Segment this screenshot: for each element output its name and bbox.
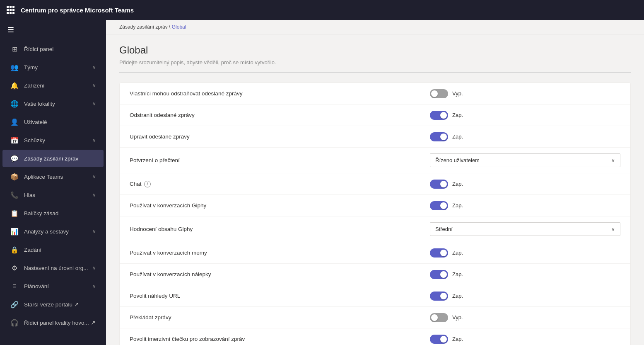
sidebar-item-label: Řídicí panel: [24, 46, 96, 52]
grid-icon[interactable]: [7, 6, 15, 14]
page-description: Přidejte srozumitelný popis, abyste vědě…: [119, 59, 631, 73]
setting-label: Používat v konverzacích memy: [130, 250, 430, 256]
packages-icon: 📋: [10, 209, 19, 218]
sidebar-item-label: Řídicí panel kvality hovo... ↗: [24, 319, 96, 326]
settings-card: Vlastníci mohou odstraňovat odeslané zpr…: [119, 83, 631, 345]
sidebar-item-label: Zásady zasílání zpráv: [24, 155, 96, 162]
toggle-giphy[interactable]: [430, 201, 448, 210]
sidebar-item-analyzy[interactable]: 📊 Analýzy a sestavy ∨: [2, 223, 104, 240]
quality-icon: 🎧: [10, 318, 19, 327]
sidebar-item-label: Týmy: [24, 64, 92, 70]
setting-edit-sent: Upravit odeslané zprávy Zap.: [120, 126, 630, 148]
chevron-down-icon: ∨: [92, 192, 96, 198]
setting-immersive: Povolit imerzivní čtečku pro zobrazování…: [120, 328, 630, 345]
setting-control: Vyp.: [430, 89, 620, 98]
setting-read-receipts: Potvrzení o přečtení Řízeno uživatelem ∨: [120, 148, 630, 173]
sidebar-item-nastaveni[interactable]: ⚙ Nastavení na úrovni org... ∨: [2, 259, 104, 277]
breadcrumb-parent[interactable]: Zásady zasílání zpráv: [119, 24, 168, 30]
sidebar-item-starsi[interactable]: 🔗 Starší verze portálu ↗: [2, 296, 104, 313]
sidebar-item-balicky[interactable]: 📋 Balíčky zásad: [2, 204, 104, 222]
setting-url-preview: Povolit náhledy URL Zap.: [120, 285, 630, 307]
toggle-owners-delete[interactable]: [430, 89, 448, 98]
meetings-icon: 📅: [10, 136, 19, 145]
content-area: Global Přidejte srozumitelný popis, abys…: [106, 34, 644, 345]
setting-label: Používat v konverzacích nálepky: [130, 271, 430, 277]
setting-control: Střední ∨: [430, 222, 620, 236]
dashboard-icon: ⊞: [10, 44, 19, 53]
setting-label: Upravit odeslané zprávy: [130, 134, 430, 140]
setting-control: Zap.: [430, 248, 620, 258]
toggle-immersive[interactable]: [430, 335, 448, 344]
sidebar-item-label: Zařízení: [24, 83, 92, 89]
setting-control: Vyp.: [430, 313, 620, 322]
setting-label: Povolit náhledy URL: [130, 293, 430, 299]
toggle-edit-sent[interactable]: [430, 132, 448, 141]
voice-icon: 📞: [10, 190, 19, 199]
setting-giphy: Používat v konverzacích Giphy Zap.: [120, 195, 630, 216]
setting-memes: Používat v konverzacích memy Zap.: [120, 242, 630, 264]
toggle-delete-sent[interactable]: [430, 111, 448, 120]
chevron-down-icon: ∨: [92, 283, 96, 289]
messaging-icon: 💬: [10, 154, 19, 163]
sidebar-item-zadani[interactable]: 🔒 Zadání: [2, 241, 104, 258]
chevron-down-icon: ∨: [611, 158, 615, 163]
sidebar-item-zasady[interactable]: 💬 Zásady zasílání zpráv: [2, 150, 104, 167]
setting-chat: Chat i Zap.: [120, 173, 630, 195]
sidebar-item-label: Vaše lokality: [24, 101, 92, 107]
dropdown-giphy-rating[interactable]: Střední ∨: [430, 222, 620, 236]
sidebar-item-kvalita[interactable]: 🎧 Řídicí panel kvality hovo... ↗: [2, 314, 104, 331]
app-title: Centrum pro správce Microsoft Teams: [21, 7, 134, 14]
setting-label: Povolit imerzivní čtečku pro zobrazování…: [130, 336, 430, 342]
setting-label: Překládat zprávy: [130, 314, 430, 321]
locations-icon: 🌐: [10, 99, 19, 108]
breadcrumb-current: Global: [172, 24, 186, 30]
sidebar-item-label: Analýzy a sestavy: [24, 228, 92, 235]
chevron-down-icon: ∨: [92, 265, 96, 271]
toggle-translate[interactable]: [430, 313, 448, 322]
setting-label: Chat i: [130, 181, 430, 187]
hamburger-button[interactable]: ☰: [0, 20, 106, 40]
chevron-down-icon: ∨: [611, 226, 615, 232]
toggle-url-preview[interactable]: [430, 292, 448, 301]
breadcrumb: Zásady zasílání zpráv \ Global: [106, 20, 644, 34]
setting-label: Odstranit odeslané zprávy: [130, 112, 430, 118]
dropdown-read-receipts[interactable]: Řízeno uživatelem ∨: [430, 153, 620, 167]
setting-control: Zap.: [430, 111, 620, 120]
toggle-chat[interactable]: [430, 180, 448, 189]
sidebar-item-tymy[interactable]: 👥 Týmy ∨: [2, 58, 104, 76]
setting-control: Zap.: [430, 292, 620, 301]
sidebar-item-lokality[interactable]: 🌐 Vaše lokality ∨: [2, 95, 104, 112]
sidebar-item-aplikace[interactable]: 📦 Aplikace Teams ∨: [2, 168, 104, 185]
setting-giphy-rating: Hodnocení obsahu Giphy Střední ∨: [120, 216, 630, 242]
sidebar-item-hlas[interactable]: 📞 Hlas ∨: [2, 186, 104, 204]
setting-control: Zap.: [430, 180, 620, 189]
apps-icon: 📦: [10, 172, 19, 181]
sidebar-item-label: Hlas: [24, 192, 92, 198]
devices-icon: 🔔: [10, 81, 19, 90]
sidebar-item-label: Zadání: [24, 247, 96, 253]
setting-label: Používat v konverzacích Giphy: [130, 202, 430, 209]
sidebar-item-planovani[interactable]: ≡ Plánování ∨: [2, 277, 104, 295]
setting-control: Zap.: [430, 132, 620, 141]
assignments-icon: 🔒: [10, 245, 19, 254]
planning-icon: ≡: [10, 282, 19, 291]
page-title: Global: [119, 44, 631, 56]
sidebar-item-label: Balíčky zásad: [24, 210, 96, 216]
setting-label: Potvrzení o přečtení: [130, 157, 430, 163]
toggle-memes[interactable]: [430, 248, 448, 258]
setting-label: Hodnocení obsahu Giphy: [130, 226, 430, 232]
setting-owners-delete: Vlastníci mohou odstraňovat odeslané zpr…: [120, 83, 630, 104]
sidebar-item-zarizeni[interactable]: 🔔 Zařízení ∨: [2, 77, 104, 94]
setting-translate: Překládat zprávy Vyp.: [120, 307, 630, 328]
sidebar-item-schuzky[interactable]: 📅 Schůzky ∨: [2, 131, 104, 149]
users-icon: 👤: [10, 117, 19, 126]
toggle-stickers[interactable]: [430, 270, 448, 279]
setting-control: Zap.: [430, 270, 620, 279]
chevron-down-icon: ∨: [92, 137, 96, 143]
chevron-down-icon: ∨: [92, 228, 96, 234]
info-icon[interactable]: i: [144, 181, 151, 187]
sidebar-item-label: Starší verze portálu ↗: [24, 301, 96, 308]
sidebar-item-uzivatele[interactable]: 👤 Uživatelé: [2, 113, 104, 131]
sidebar-item-ridicipanel[interactable]: ⊞ Řídicí panel: [2, 40, 104, 58]
sidebar-item-label: Aplikace Teams: [24, 174, 92, 180]
